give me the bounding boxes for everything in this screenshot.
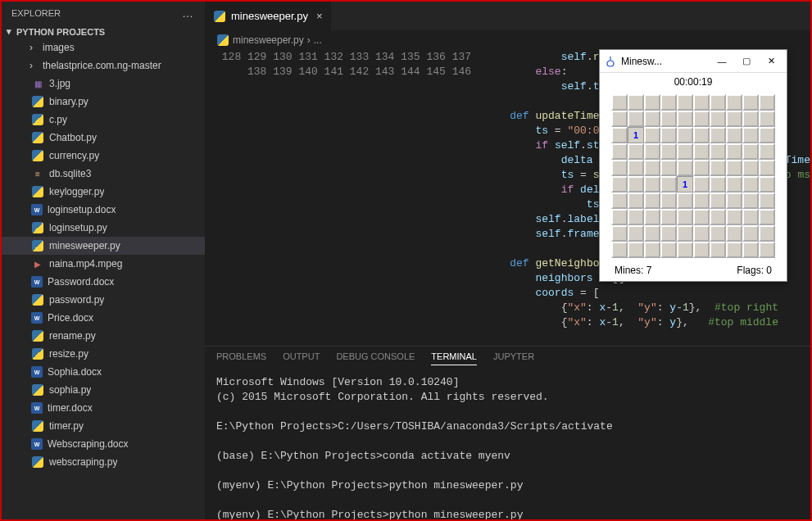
file-item[interactable]: loginsetup.py <box>2 219 205 237</box>
mine-cell[interactable] <box>693 143 710 160</box>
mine-cell[interactable] <box>611 94 628 111</box>
file-item[interactable]: Chatbot.py <box>2 129 205 147</box>
mine-cell[interactable] <box>759 242 775 258</box>
mine-cell[interactable] <box>611 209 628 225</box>
mine-cell[interactable] <box>759 160 775 176</box>
mine-cell[interactable] <box>759 143 775 160</box>
file-item[interactable]: WPrice.docx <box>2 309 205 327</box>
mine-cell[interactable] <box>742 127 759 143</box>
mine-cell[interactable] <box>628 176 644 193</box>
mine-cell[interactable] <box>726 127 742 143</box>
file-item[interactable]: sophia.py <box>2 381 205 399</box>
mine-cell[interactable] <box>726 193 742 209</box>
mine-cell[interactable] <box>677 225 693 242</box>
file-item[interactable]: password.py <box>2 291 205 309</box>
mine-cell[interactable] <box>660 143 677 160</box>
mine-cell[interactable] <box>726 143 742 160</box>
mine-cell[interactable] <box>677 127 693 143</box>
mine-cell[interactable] <box>726 242 742 258</box>
mine-cell[interactable] <box>710 143 726 160</box>
mine-cell[interactable] <box>644 94 660 111</box>
minimize-button[interactable]: — <box>710 52 734 70</box>
mine-cell[interactable]: 1 <box>628 127 644 143</box>
mine-cell[interactable] <box>644 111 660 127</box>
mine-cell[interactable] <box>628 160 644 176</box>
mine-cell[interactable] <box>628 94 644 111</box>
mine-cell[interactable] <box>644 193 660 209</box>
mine-cell[interactable] <box>710 127 726 143</box>
project-section-header[interactable]: ▾ PYTHON PROJECTS <box>2 25 205 39</box>
mine-cell[interactable] <box>611 143 628 160</box>
titlebar[interactable]: Minesw... — ▢ ✕ <box>600 50 787 73</box>
mine-cell[interactable] <box>759 225 775 242</box>
mine-cell[interactable] <box>693 160 710 176</box>
file-item[interactable]: WPassword.docx <box>2 273 205 291</box>
mine-cell[interactable] <box>693 176 710 193</box>
mine-cell[interactable] <box>693 94 710 111</box>
mine-cell[interactable] <box>693 127 710 143</box>
mine-cell[interactable] <box>710 111 726 127</box>
mine-cell[interactable] <box>726 94 742 111</box>
mine-cell[interactable] <box>759 193 775 209</box>
mine-cell[interactable] <box>693 193 710 209</box>
tab-minesweeper[interactable]: minesweeper.py × <box>205 2 332 30</box>
explorer-more-icon[interactable]: … <box>182 7 195 20</box>
mine-cell[interactable] <box>710 94 726 111</box>
mine-cell[interactable] <box>644 160 660 176</box>
file-item[interactable]: c.py <box>2 111 205 129</box>
mine-cell[interactable] <box>759 94 775 111</box>
file-item[interactable]: keylogger.py <box>2 183 205 201</box>
close-icon[interactable]: × <box>316 10 323 22</box>
mine-cell[interactable] <box>611 160 628 176</box>
mine-cell[interactable] <box>693 111 710 127</box>
mine-cell[interactable] <box>710 193 726 209</box>
mine-cell[interactable] <box>759 176 775 193</box>
folder-item[interactable]: ›thelastprice.com.ng-master <box>2 57 205 75</box>
mine-cell[interactable] <box>710 242 726 258</box>
mine-cell[interactable] <box>677 193 693 209</box>
file-item[interactable]: db.sqlite3 <box>2 165 205 183</box>
file-item[interactable]: WWebscraping.docx <box>2 435 205 453</box>
panel-tab-debug-console[interactable]: DEBUG CONSOLE <box>336 351 415 365</box>
file-item[interactable]: webscraping.py <box>2 453 205 471</box>
mine-cell[interactable] <box>660 193 677 209</box>
mine-cell[interactable] <box>628 193 644 209</box>
file-item[interactable]: timer.py <box>2 417 205 435</box>
mine-cell[interactable] <box>660 127 677 143</box>
mine-cell[interactable] <box>677 143 693 160</box>
mine-cell[interactable] <box>644 242 660 258</box>
mine-cell[interactable] <box>742 176 759 193</box>
maximize-button[interactable]: ▢ <box>734 52 759 70</box>
mine-cell[interactable] <box>693 225 710 242</box>
mine-cell[interactable] <box>660 209 677 225</box>
mine-cell[interactable] <box>742 193 759 209</box>
mine-cell[interactable] <box>611 242 628 258</box>
mine-cell[interactable] <box>693 242 710 258</box>
mine-cell[interactable] <box>759 127 775 143</box>
mine-cell[interactable] <box>644 143 660 160</box>
file-item[interactable]: WSophia.docx <box>2 363 205 381</box>
file-item[interactable]: resize.py <box>2 345 205 363</box>
close-button[interactable]: ✕ <box>759 52 783 70</box>
mine-cell[interactable] <box>726 209 742 225</box>
mine-cell[interactable] <box>677 242 693 258</box>
mine-cell[interactable] <box>611 225 628 242</box>
mine-cell[interactable] <box>693 209 710 225</box>
mine-cell[interactable] <box>726 160 742 176</box>
mine-cell[interactable] <box>611 176 628 193</box>
file-item[interactable]: minesweeper.py <box>2 237 205 255</box>
mine-cell[interactable] <box>660 160 677 176</box>
mine-cell[interactable] <box>628 111 644 127</box>
mine-cell[interactable] <box>660 225 677 242</box>
mine-cell[interactable] <box>710 225 726 242</box>
mine-cell[interactable] <box>677 209 693 225</box>
mine-cell[interactable] <box>628 209 644 225</box>
mine-cell[interactable]: 1 <box>677 176 693 193</box>
mine-cell[interactable] <box>628 242 644 258</box>
mine-cell[interactable] <box>611 193 628 209</box>
file-item[interactable]: 3.jpg <box>2 75 205 93</box>
mine-cell[interactable] <box>660 94 677 111</box>
mine-cell[interactable] <box>742 143 759 160</box>
mine-cell[interactable] <box>742 94 759 111</box>
mine-cell[interactable] <box>677 94 693 111</box>
